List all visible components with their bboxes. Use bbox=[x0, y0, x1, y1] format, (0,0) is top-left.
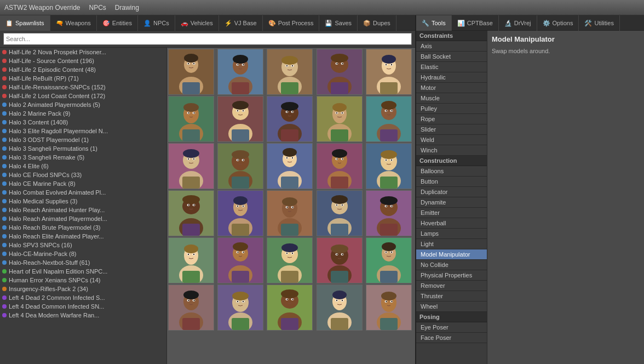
list-item[interactable]: Half-Life ReBuilt (RP) (71) bbox=[0, 74, 166, 83]
tool-item[interactable]: Button bbox=[416, 177, 487, 187]
grid-cell[interactable] bbox=[217, 285, 263, 331]
tool-item[interactable]: Pulley bbox=[416, 104, 487, 114]
tab-dupes[interactable]: 📦 Dupes bbox=[358, 15, 396, 31]
grid-cell[interactable] bbox=[168, 285, 214, 331]
tab-saves[interactable]: 💾 Saves bbox=[319, 15, 358, 31]
tool-item[interactable]: Ball Socket bbox=[416, 52, 487, 62]
tool-item[interactable]: Balloons bbox=[416, 166, 487, 177]
grid-cell[interactable] bbox=[317, 49, 363, 95]
grid-cell[interactable] bbox=[217, 190, 263, 236]
tool-item[interactable]: Light bbox=[416, 239, 487, 249]
list-item[interactable]: Halo 3 ODST Playermodel (1) bbox=[0, 135, 166, 144]
list-item[interactable]: Left 4 Dea Modern Warfare Ran... bbox=[0, 311, 166, 320]
menu-npcs[interactable]: NPCs bbox=[89, 4, 106, 12]
list-item[interactable]: Halo Reach Brute Playermodel (3) bbox=[0, 223, 166, 232]
list-item[interactable]: Halo 3 Elite Ragdoll Playermodel N... bbox=[0, 127, 166, 135]
grid-cell[interactable] bbox=[267, 49, 313, 95]
list-item[interactable]: Halo-CE-Marine-Pack (8) bbox=[0, 249, 166, 258]
grid-cell[interactable] bbox=[267, 143, 313, 189]
tool-item[interactable]: Eye Poser bbox=[416, 322, 487, 333]
list-item[interactable]: Halo 4 Elite (6) bbox=[0, 162, 166, 170]
tool-item[interactable]: Hoverball bbox=[416, 218, 487, 229]
tool-item[interactable]: Model Manipulator bbox=[416, 249, 487, 260]
list-item[interactable]: Halo Reach Animated Playermodel... bbox=[0, 214, 166, 223]
grid-cell[interactable] bbox=[317, 190, 363, 236]
right-tab-cptbase[interactable]: 📊 CPTBase bbox=[452, 15, 499, 31]
list-item[interactable]: Halo Reach Elite Animated Player... bbox=[0, 232, 166, 241]
tab-weapons[interactable]: 🔫 Weapons bbox=[50, 15, 97, 31]
tool-item[interactable]: Physical Properties bbox=[416, 270, 487, 281]
list-item[interactable]: Halo 3 Sangheli Remake (5) bbox=[0, 153, 166, 162]
grid-cell[interactable] bbox=[168, 143, 214, 189]
tool-item[interactable]: No Collide bbox=[416, 260, 487, 270]
grid-cell[interactable] bbox=[267, 190, 313, 236]
sidebar-list[interactable]: Half-Life 2 Nova Prospekt Prisoner...Hal… bbox=[0, 48, 167, 364]
grid-cell[interactable] bbox=[217, 96, 263, 142]
tab-vehicles[interactable]: 🚗 Vehicles bbox=[175, 15, 219, 31]
tool-item[interactable]: Wheel bbox=[416, 302, 487, 312]
grid-cell[interactable] bbox=[168, 237, 214, 283]
list-item[interactable]: Half-Life-Renaissance-SNPCs (152) bbox=[0, 83, 166, 92]
grid-cell[interactable] bbox=[366, 285, 412, 331]
tool-item[interactable]: Rope bbox=[416, 114, 487, 124]
grid-cell[interactable] bbox=[366, 237, 412, 283]
list-item[interactable]: Halo 3 Sangheli Permutations (1) bbox=[0, 144, 166, 153]
tool-item[interactable]: Weld bbox=[416, 135, 487, 145]
right-tab-options[interactable]: ⚙️ Options bbox=[537, 15, 579, 31]
tool-item[interactable]: Axis bbox=[416, 41, 487, 52]
list-item[interactable]: Heart of Evil Napalm Edition SNPC... bbox=[0, 267, 166, 276]
grid-cell[interactable] bbox=[168, 190, 214, 236]
tool-item[interactable]: Emitter bbox=[416, 208, 487, 218]
grid-cell[interactable] bbox=[317, 143, 363, 189]
grid-cell[interactable] bbox=[267, 285, 313, 331]
tool-item[interactable]: Winch bbox=[416, 145, 487, 156]
list-item[interactable]: Halo 2 Marine Pack (9) bbox=[0, 109, 166, 118]
grid-cell[interactable] bbox=[317, 96, 363, 142]
grid-cell[interactable] bbox=[366, 190, 412, 236]
list-item[interactable]: Half-Life 2 Lost Coast Content (172) bbox=[0, 92, 166, 100]
grid-cell[interactable] bbox=[366, 143, 412, 189]
list-item[interactable]: Half-Life 2 Nova Prospekt Prisoner... bbox=[0, 48, 166, 56]
list-item[interactable]: Half-Life - Source Content (196) bbox=[0, 56, 166, 65]
list-item[interactable]: Halo Reach Animated Hunter Play... bbox=[0, 206, 166, 214]
grid-cell[interactable] bbox=[317, 285, 363, 331]
grid-cell[interactable] bbox=[168, 96, 214, 142]
menu-drawing[interactable]: Drawing bbox=[115, 4, 139, 12]
tab-postprocess[interactable]: 🎨 Post Process bbox=[263, 15, 320, 31]
right-tab-tools[interactable]: 🔧 Tools bbox=[416, 15, 452, 31]
list-item[interactable]: Insurgency-Rifles-Pack 2 (34) bbox=[0, 285, 166, 293]
list-item[interactable]: Halo CE Marine Pack (8) bbox=[0, 179, 166, 188]
tab-vjbase[interactable]: ⚡ VJ Base bbox=[219, 15, 263, 31]
grid-cell[interactable] bbox=[267, 237, 313, 283]
right-tab-utilities[interactable]: 🛠️ Utilities bbox=[579, 15, 619, 31]
search-input[interactable] bbox=[3, 33, 412, 45]
grid-cell[interactable] bbox=[217, 237, 263, 283]
list-item[interactable]: Halo 2 Animated Playermodels (5) bbox=[0, 100, 166, 109]
list-item[interactable]: Halo-Reach-Nextbot-Stuff (61) bbox=[0, 258, 166, 267]
list-item[interactable]: Halo SPV3 SNPCs (16) bbox=[0, 241, 166, 249]
grid-cell[interactable] bbox=[366, 96, 412, 142]
list-item[interactable]: Halo Medical Supplies (3) bbox=[0, 197, 166, 206]
tool-item[interactable]: Thruster bbox=[416, 291, 487, 302]
tool-item[interactable]: Remover bbox=[416, 281, 487, 291]
list-item[interactable]: Halo Combat Evolved Animated Pl... bbox=[0, 188, 166, 197]
tab-spawnlists[interactable]: 📋 Spawnlists bbox=[0, 15, 50, 31]
grid-cell[interactable] bbox=[317, 237, 363, 283]
tool-item[interactable]: Lamps bbox=[416, 229, 487, 239]
grid-cell[interactable] bbox=[217, 143, 263, 189]
list-item[interactable]: Halo 3 Content (1408) bbox=[0, 118, 166, 127]
list-item[interactable]: Half-Life 2 Episodic Content (48) bbox=[0, 65, 166, 74]
tool-item[interactable]: Muscle bbox=[416, 93, 487, 104]
tab-npcs[interactable]: 👤 NPCs bbox=[138, 15, 175, 31]
tool-item[interactable]: Dynamite bbox=[416, 197, 487, 208]
tab-entities[interactable]: 🎯 Entities bbox=[97, 15, 138, 31]
grid-cell[interactable] bbox=[168, 49, 214, 95]
tool-item[interactable]: Slider bbox=[416, 124, 487, 135]
right-tab-drvrej[interactable]: 🔬 DrVrej bbox=[499, 15, 537, 31]
grid-cell[interactable] bbox=[267, 96, 313, 142]
list-item[interactable]: Human Error Xenians SNPCs (14) bbox=[0, 276, 166, 285]
list-item[interactable]: Left 4 Dead 2 Common Infected S... bbox=[0, 293, 166, 302]
tool-item[interactable]: Motor bbox=[416, 83, 487, 93]
tool-item[interactable]: Elastic bbox=[416, 62, 487, 72]
list-item[interactable]: Halo CE Flood SNPCs (33) bbox=[0, 170, 166, 179]
